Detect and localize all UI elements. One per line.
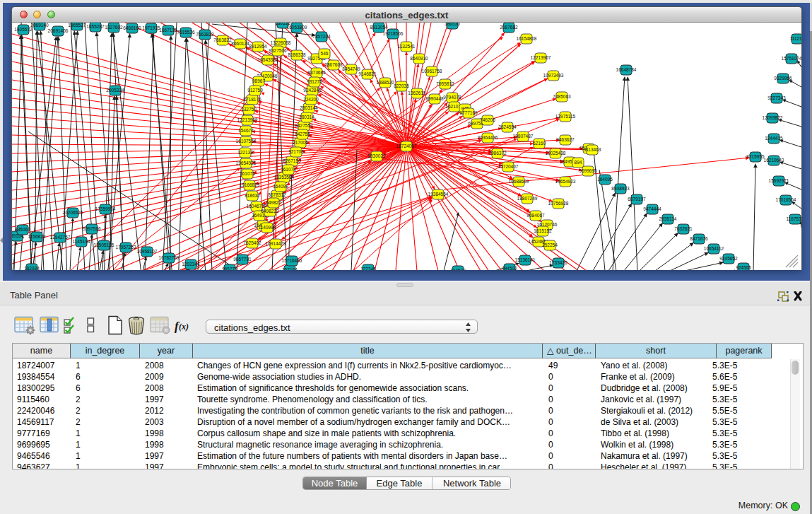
svg-text:842755: 842755 [295, 132, 310, 136]
svg-text:3113463: 3113463 [584, 147, 601, 152]
svg-text:10756928: 10756928 [548, 201, 569, 206]
svg-text:8912954: 8912954 [249, 44, 267, 49]
svg-text:161074: 161074 [281, 167, 296, 172]
svg-text:122133: 122133 [237, 150, 253, 155]
svg-text:20206576: 20206576 [63, 210, 83, 215]
svg-text:1244415: 1244415 [765, 136, 783, 141]
svg-text:1327602: 1327602 [105, 25, 123, 30]
svg-text:1405572: 1405572 [14, 27, 33, 32]
svg-text:7663822: 7663822 [196, 32, 214, 37]
svg-text:16154808: 16154808 [517, 36, 537, 41]
svg-text:(x): (x) [179, 322, 189, 332]
svg-text:10654112: 10654112 [704, 246, 724, 251]
svg-text:10025438: 10025438 [546, 151, 566, 156]
svg-text:1140994: 1140994 [259, 225, 276, 230]
svg-text:9245652: 9245652 [719, 256, 738, 261]
svg-text:924565: 924565 [736, 265, 751, 270]
svg-text:132750: 132750 [241, 107, 257, 112]
svg-text:16543362: 16543362 [258, 57, 278, 62]
svg-text:649822: 649822 [266, 200, 281, 205]
svg-text:98967: 98967 [252, 78, 265, 83]
svg-text:1132541: 1132541 [398, 44, 416, 49]
svg-text:9146821: 9146821 [358, 71, 377, 76]
svg-text:6466160: 6466160 [123, 25, 141, 30]
svg-text:20691406: 20691406 [48, 28, 69, 33]
svg-text:7632621: 7632621 [674, 226, 693, 231]
svg-text:10973493: 10973493 [543, 73, 564, 78]
svg-text:8471676: 8471676 [690, 236, 708, 241]
svg-text:1733426: 1733426 [549, 260, 567, 265]
svg-text:6879197: 6879197 [628, 197, 646, 201]
svg-text:10958107: 10958107 [137, 249, 158, 254]
svg-text:186530: 186530 [445, 23, 460, 26]
svg-text:12505135: 12505135 [94, 243, 114, 247]
svg-text:62160: 62160 [533, 141, 546, 146]
svg-text:7955812: 7955812 [436, 81, 454, 86]
svg-text:818632: 818632 [245, 193, 260, 198]
svg-text:8990448: 8990448 [425, 96, 444, 101]
svg-text:13226058: 13226058 [271, 40, 291, 45]
svg-text:912750: 912750 [247, 88, 263, 93]
svg-text:16782759: 16782759 [159, 255, 180, 260]
svg-text:15716485: 15716485 [282, 258, 302, 263]
svg-text:16210643: 16210643 [764, 158, 784, 163]
svg-text:217006: 217006 [293, 140, 308, 145]
svg-text:546: 546 [321, 51, 329, 56]
svg-text:17957253: 17957253 [116, 245, 136, 250]
svg-text:16046758: 16046758 [247, 204, 267, 209]
svg-text:9794078: 9794078 [443, 95, 461, 100]
svg-text:10961758: 10961758 [422, 69, 442, 74]
svg-text:7663822: 7663822 [213, 37, 232, 42]
svg-text:8373685: 8373685 [307, 70, 326, 75]
svg-text:1667135: 1667135 [159, 28, 177, 33]
svg-text:161075: 161075 [240, 171, 255, 176]
svg-text:10807487: 10807487 [513, 134, 534, 139]
svg-text:2069140: 2069140 [30, 23, 49, 28]
svg-text:8454749: 8454749 [342, 66, 360, 71]
svg-text:8660124: 8660124 [231, 41, 249, 46]
svg-text:111213: 111213 [790, 36, 801, 41]
svg-text:931275: 931275 [307, 79, 322, 84]
svg-text:8215955: 8215955 [746, 154, 765, 159]
svg-text:7485063: 7485063 [553, 94, 571, 99]
svg-text:8938923: 8938923 [611, 186, 630, 191]
svg-text:965779: 965779 [222, 267, 237, 270]
svg-text:1167533: 1167533 [787, 216, 801, 221]
svg-text:9227343: 9227343 [767, 95, 786, 100]
svg-text:12213969: 12213969 [237, 117, 258, 122]
svg-text:9699695: 9699695 [579, 168, 597, 173]
svg-text:8640910: 8640910 [410, 56, 428, 61]
svg-text:7357224: 7357224 [312, 34, 331, 39]
svg-text:19654925: 19654925 [236, 160, 257, 165]
svg-text:12975115: 12975115 [555, 114, 576, 119]
svg-text:1965527: 1965527 [68, 23, 86, 28]
svg-text:1362615: 1362615 [408, 90, 426, 95]
svg-text:9084067: 9084067 [526, 213, 545, 218]
svg-text:2867608: 2867608 [324, 62, 343, 67]
svg-text:157164: 157164 [282, 267, 298, 270]
svg-text:17359934: 17359934 [95, 206, 116, 211]
svg-text:1145194: 1145194 [73, 239, 90, 244]
svg-text:9777169: 9777169 [459, 110, 478, 115]
svg-text:19654923: 19654923 [555, 179, 576, 184]
svg-text:8267150: 8267150 [283, 158, 301, 163]
svg-text:1615152: 1615152 [534, 228, 552, 233]
svg-text:7515526: 7515526 [177, 30, 195, 35]
svg-text:17016504: 17016504 [776, 197, 796, 202]
svg-text:16648784: 16648784 [616, 67, 637, 72]
svg-text:164095: 164095 [597, 177, 613, 182]
svg-text:7625402: 7625402 [243, 240, 261, 245]
svg-text:12093872: 12093872 [763, 115, 783, 120]
svg-text:9397566: 9397566 [83, 226, 101, 231]
svg-text:994502: 994502 [502, 266, 517, 270]
svg-text:12213967: 12213967 [531, 55, 551, 60]
svg-text:18724007: 18724007 [396, 144, 417, 148]
svg-text:182034: 182034 [24, 266, 40, 270]
svg-text:15692971: 15692971 [769, 178, 789, 183]
svg-text:154674: 154674 [238, 128, 254, 133]
svg-text:164099: 164099 [273, 184, 288, 189]
svg-text:15720407: 15720407 [498, 164, 519, 169]
svg-text:15751074: 15751074 [782, 56, 801, 61]
svg-text:15136141: 15136141 [515, 257, 536, 262]
svg-text:104520: 104520 [450, 268, 466, 270]
